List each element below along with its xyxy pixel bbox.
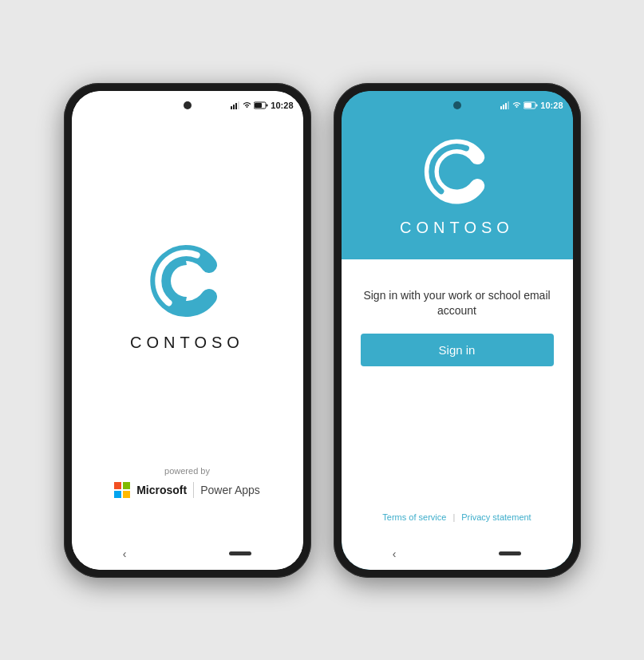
svg-rect-0 [231,106,232,109]
powerapps-label: Power Apps [200,484,260,496]
signin-description: Sign in with your work or school email a… [361,288,554,319]
terms-link[interactable]: Terms of service [382,512,446,522]
phone-2: 10:28 CONTOSO Sign in [334,83,581,578]
screen-content-1: CONTOSO powered by [72,120,303,538]
svg-rect-12 [536,104,538,106]
svg-rect-3 [238,101,239,109]
svg-rect-5 [267,104,268,106]
signin-bottom: Sign in with your work or school email a… [342,259,573,538]
svg-rect-13 [524,103,531,108]
back-button-2[interactable]: ‹ [393,547,397,560]
ms-divider [193,482,194,498]
app-name-2: CONTOSO [400,219,514,237]
home-pill-1[interactable] [229,551,251,555]
contoso-logo-area-1: CONTOSO [130,136,244,458]
svg-rect-7 [500,106,502,109]
status-time-2: 10:28 [540,101,563,110]
svg-rect-2 [235,103,237,109]
svg-rect-6 [255,103,262,108]
home-pill-2[interactable] [499,551,521,555]
status-bar-1: 10:28 [231,101,293,110]
camera-1 [184,101,192,109]
contoso-c-icon-1 [147,241,227,321]
camera-2 [453,101,461,109]
top-bar-2: 10:28 [342,91,573,120]
phone-1: 10:28 [64,83,311,578]
splash-screen: CONTOSO powered by [72,120,303,538]
contoso-c-icon-2 [421,136,493,207]
signin-footer: Terms of service | Privacy statement [382,512,531,522]
svg-rect-1 [233,105,235,109]
scene: 10:28 [64,83,581,578]
battery-icon-2 [523,101,538,109]
signal-icon-2 [500,101,510,109]
status-bar-2: 10:28 [500,101,563,110]
ms-yellow [123,491,130,498]
bottom-nav-2: ‹ [342,538,573,570]
microsoft-label: Microsoft [136,484,187,496]
ms-green [123,482,130,489]
battery-icon-1 [254,101,268,109]
app-name-1: CONTOSO [130,334,244,352]
ms-red [114,482,121,489]
svg-rect-10 [508,101,509,109]
powered-by-text: powered by [164,466,210,476]
signin-button[interactable]: Sign in [361,334,554,366]
back-button-1[interactable]: ‹ [123,547,127,560]
signin-top: CONTOSO [342,120,573,259]
status-time-1: 10:28 [271,101,293,110]
wifi-icon-1 [243,101,251,109]
signal-icon-1 [231,101,240,109]
wifi-icon-2 [512,101,521,109]
signin-middle: Sign in with your work or school email a… [361,288,554,366]
svg-rect-9 [505,103,507,109]
microsoft-grid-icon [114,482,130,498]
top-bar-1: 10:28 [72,91,303,120]
ms-blue [114,491,121,498]
microsoft-logo-area: Microsoft Power Apps [114,482,260,498]
bottom-nav-1: ‹ [72,538,303,570]
privacy-link[interactable]: Privacy statement [461,512,531,522]
footer-divider: | [452,512,455,522]
powered-by-area: powered by Microsoft Power [114,466,260,498]
svg-rect-8 [503,105,504,109]
